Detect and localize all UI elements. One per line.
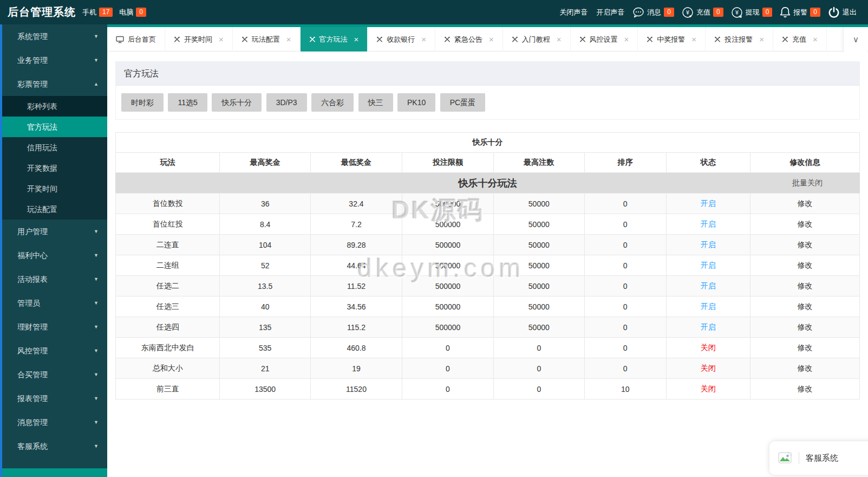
status-cell: 开启 (666, 317, 750, 338)
sidebar-submenu-item[interactable]: 开奖数据 (2, 158, 107, 178)
edit-cell: 修改 (750, 317, 859, 338)
panel-title: 官方玩法 (116, 62, 859, 86)
game-type-button[interactable]: 时时彩 (121, 93, 164, 112)
tab-item[interactable]: 官方玩法 × (301, 27, 368, 51)
max-bets-cell: 50000 (493, 296, 584, 317)
header-actions: 关闭声音 开启声音 消息 0 ¥ 充值 0 ¥ (555, 7, 860, 18)
recharge-button[interactable]: ¥ 充值 0 (682, 7, 723, 18)
status-toggle-link[interactable]: 关闭 (701, 364, 716, 372)
tab-home[interactable]: 后台首页 (107, 27, 165, 51)
edit-link[interactable]: 修改 (797, 261, 812, 269)
edit-link[interactable]: 修改 (797, 281, 812, 290)
tab-item[interactable]: 中奖报警 × (638, 27, 706, 51)
game-type-button[interactable]: 11选5 (168, 93, 207, 112)
table-row: 总和大小 21 19 0 0 0 关闭 修改 (116, 358, 860, 379)
withdraw-button[interactable]: ¥ 提现 0 (731, 7, 773, 18)
play-name-cell: 任选四 (116, 317, 220, 338)
sidebar-menu-item[interactable]: 彩票管理 ▲ (2, 72, 107, 96)
sidebar-submenu-item[interactable]: 官方玩法 (2, 117, 107, 137)
tab-close-icon[interactable]: × (759, 35, 764, 44)
game-type-button[interactable]: 快三 (358, 93, 393, 112)
status-toggle-link[interactable]: 开启 (701, 240, 716, 249)
alarm-button[interactable]: 报警 0 (780, 7, 820, 18)
status-toggle-link[interactable]: 关闭 (701, 343, 716, 352)
sidebar-menu-item[interactable]: 业务管理 ▼ (2, 48, 107, 72)
game-type-button[interactable]: 3D/P3 (266, 93, 307, 112)
mute-sound-button[interactable]: 关闭声音 (559, 8, 588, 17)
column-header: 状态 (666, 153, 750, 173)
status-toggle-link[interactable]: 开启 (701, 281, 716, 290)
messages-button[interactable]: 消息 0 (632, 7, 674, 18)
tab-close-icon[interactable]: × (286, 35, 291, 44)
sidebar-menu-item[interactable]: 客服系统 ▼ (2, 434, 107, 458)
batch-close-button[interactable]: 批量关闭 (792, 178, 823, 188)
edit-link[interactable]: 修改 (797, 384, 812, 393)
sidebar-menu-item[interactable]: 合买管理 ▼ (2, 363, 107, 386)
sidebar-menu-item[interactable]: 系统管理 ▼ (2, 24, 107, 48)
status-toggle-link[interactable]: 开启 (701, 199, 716, 208)
tab-close-icon[interactable]: × (489, 35, 494, 44)
edit-link[interactable]: 修改 (797, 220, 812, 228)
edit-link[interactable]: 修改 (797, 323, 812, 331)
sidebar-menu-item[interactable]: 管理员 ▼ (2, 291, 107, 315)
customer-service-widget[interactable]: 客服系统 (769, 441, 868, 475)
unmute-sound-button[interactable]: 开启声音 (596, 8, 624, 17)
edit-link[interactable]: 修改 (797, 199, 812, 208)
sidebar-menu-item[interactable]: 消息管理 ▼ (2, 410, 107, 434)
sidebar-menu-item[interactable]: 风控管理 ▼ (2, 339, 107, 363)
bet-limit-cell: 500000 (402, 214, 493, 235)
tab-item[interactable]: 紧急公告 × (435, 27, 503, 51)
edit-link[interactable]: 修改 (797, 302, 812, 311)
edit-link[interactable]: 修改 (797, 240, 812, 249)
game-type-button[interactable]: 快乐十分 (212, 93, 262, 112)
messages-count-badge: 0 (664, 8, 674, 17)
max-prize-cell: 40 (220, 296, 311, 317)
tab-overflow-button[interactable]: ∨ (843, 27, 868, 51)
sidebar-submenu-item[interactable]: 彩种列表 (2, 96, 107, 117)
logout-button[interactable]: 退出 (828, 7, 857, 18)
tab-close-icon[interactable]: × (691, 35, 696, 44)
min-prize-cell: 89.28 (310, 235, 402, 255)
plays-table: 快乐十分 玩法 最高奖金 最低奖金 投注限额 最高注数 (115, 132, 860, 399)
tab-close-icon[interactable]: × (813, 35, 818, 44)
sidebar-submenu-item[interactable]: 玩法配置 (2, 199, 107, 220)
sidebar-submenu-item[interactable]: 信用玩法 (2, 137, 107, 158)
tools-icon (242, 36, 248, 43)
sort-cell: 0 (584, 358, 666, 379)
status-toggle-link[interactable]: 开启 (701, 323, 716, 331)
tab-item[interactable]: 入门教程 × (503, 27, 571, 51)
sidebar-menu-item[interactable]: 用户管理 ▼ (2, 220, 107, 243)
tab-item[interactable]: 充值 × (773, 27, 827, 51)
tab-close-icon[interactable]: × (624, 35, 629, 44)
sidebar-menu-item[interactable]: 活动报表 ▼ (2, 267, 107, 291)
tab-close-icon[interactable]: × (219, 35, 224, 44)
table-row: 任选四 135 115.2 500000 50000 0 开启 修改 (116, 317, 860, 338)
app-title: 后台管理系统 (8, 5, 76, 20)
sidebar-submenu-item[interactable]: 开奖时间 (2, 178, 107, 199)
sidebar-menu-item[interactable]: 理财管理 ▼ (2, 315, 107, 339)
game-type-button[interactable]: PC蛋蛋 (440, 93, 485, 112)
game-type-button[interactable]: PK10 (397, 93, 435, 112)
status-toggle-link[interactable]: 开启 (701, 302, 716, 311)
game-type-buttons: 时时彩 11选5 快乐十分 3D/P3 六合彩 快三 PK10 PC蛋蛋 (116, 86, 859, 119)
edit-link[interactable]: 修改 (797, 364, 812, 372)
status-toggle-link[interactable]: 关闭 (701, 384, 716, 393)
tab-close-icon[interactable]: × (557, 35, 562, 44)
sidebar-menu-item[interactable]: 福利中心 ▼ (2, 243, 107, 267)
max-bets-cell: 50000 (493, 214, 584, 235)
column-header: 投注限额 (402, 153, 493, 173)
tab-close-icon[interactable]: × (421, 35, 426, 44)
tab-item[interactable]: 收款银行 × (368, 27, 435, 51)
edit-link[interactable]: 修改 (797, 343, 812, 352)
tab-item[interactable]: 风控设置 × (571, 27, 638, 51)
tab-item[interactable]: 投注报警 × (706, 27, 773, 51)
game-type-button[interactable]: 六合彩 (311, 93, 354, 112)
tab-item[interactable]: 开奖时间 × (165, 27, 233, 51)
tab-item[interactable]: 玩法配置 × (233, 27, 301, 51)
tab-close-icon[interactable]: × (354, 35, 359, 44)
min-prize-cell: 44.64 (310, 255, 402, 276)
status-toggle-link[interactable]: 开启 (701, 220, 716, 228)
min-prize-cell: 19 (310, 358, 402, 379)
sidebar-menu-item[interactable]: 报表管理 ▼ (2, 386, 107, 410)
status-toggle-link[interactable]: 开启 (701, 261, 716, 269)
